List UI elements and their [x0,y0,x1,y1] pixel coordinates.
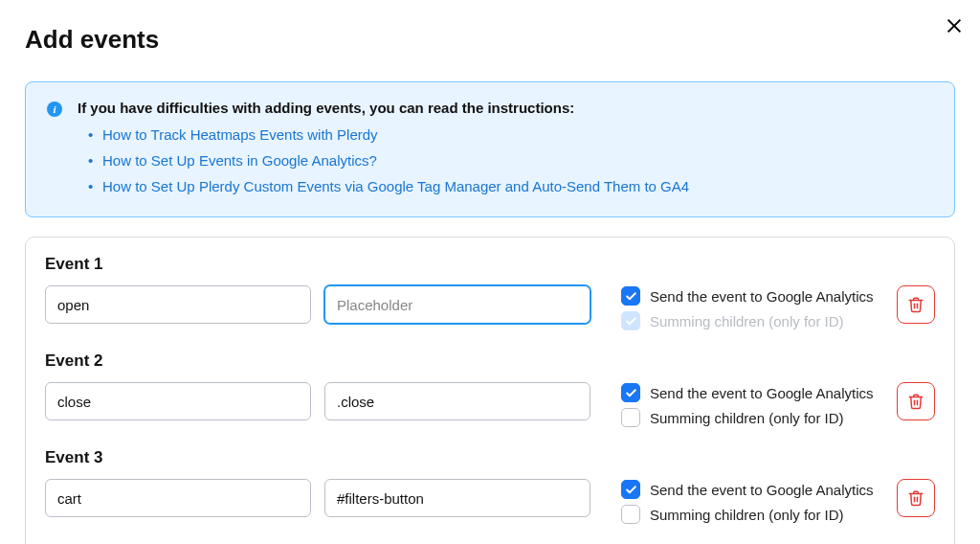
event-name-input[interactable] [45,382,311,420]
modal-container: Add events i If you have difficulties wi… [0,0,980,544]
event-name-input[interactable] [45,479,311,517]
send-ga-checkbox[interactable] [621,480,640,499]
event-name-input[interactable] [45,285,311,324]
event-title: Event 3 [45,448,935,467]
delete-button[interactable] [897,382,935,420]
info-link-2[interactable]: How to Set Up Events in Google Analytics… [102,152,377,169]
info-heading: If you have difficulties with adding eve… [78,100,933,116]
close-icon[interactable] [946,17,963,34]
event-title: Event 1 [45,255,935,274]
summing-checkbox [621,311,640,330]
send-ga-label: Send the event to Google Analytics [650,288,874,305]
event-block: Event 2 Send the event to Google Analyti… [45,351,935,427]
send-ga-checkbox[interactable] [621,383,640,402]
event-block: Event 3 Send the event to Google Analyti… [45,448,935,524]
summing-label: Summing children (only for ID) [650,507,844,523]
page-title: Add events [25,25,955,55]
delete-button[interactable] [897,285,935,324]
send-ga-checkbox[interactable] [621,286,640,306]
summing-label: Summing children (only for ID) [650,313,844,329]
info-banner: i If you have difficulties with adding e… [25,81,955,217]
delete-button[interactable] [897,479,935,517]
event-title: Event 2 [45,351,935,371]
summing-checkbox[interactable] [621,408,640,427]
send-ga-label: Send the event to Google Analytics [650,482,874,498]
info-icon: i [47,102,62,117]
event-selector-input[interactable] [324,285,590,324]
event-selector-input[interactable] [324,382,590,420]
send-ga-label: Send the event to Google Analytics [650,385,874,401]
info-link-3[interactable]: How to Set Up Plerdy Custom Events via G… [102,178,689,194]
info-content: If you have difficulties with adding eve… [78,100,933,199]
summing-label: Summing children (only for ID) [650,410,844,426]
events-panel: Event 1 Send the event to Google Analyti… [25,237,955,544]
info-link-1[interactable]: How to Track Heatmaps Events with Plerdy [102,126,378,143]
summing-checkbox[interactable] [621,505,640,524]
event-selector-input[interactable] [324,479,590,517]
event-block: Event 1 Send the event to Google Analyti… [45,255,935,330]
